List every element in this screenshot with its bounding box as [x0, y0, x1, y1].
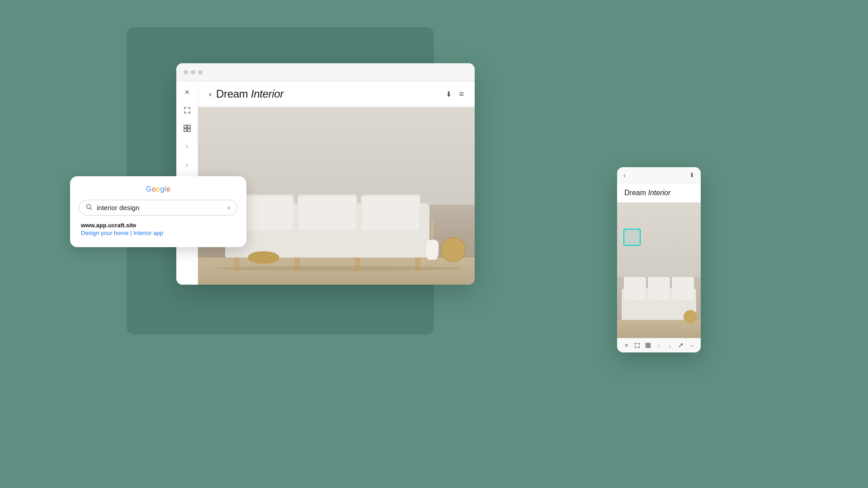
mobile-cushion-3 — [672, 277, 694, 300]
mobile-interior — [617, 202, 701, 338]
mobile-download-button[interactable]: ⬇ — [689, 172, 694, 178]
app-title: Dream Interior — [216, 88, 283, 100]
search-box[interactable]: interior design × — [79, 200, 237, 216]
mobile-app-title: Dream Interior — [624, 189, 670, 197]
clear-button[interactable]: × — [227, 204, 231, 211]
app-header: ‹ Dream Interior ⬇ ≡ — [198, 81, 475, 107]
app-header-right: ⬇ ≡ — [446, 89, 464, 99]
back-button[interactable]: ‹ — [209, 89, 212, 99]
mobile-resize-icon[interactable]: ↔ — [688, 342, 696, 350]
mobile-title-italic: Interior — [648, 189, 670, 197]
search-icon — [86, 204, 92, 211]
google-logo: Google — [79, 185, 237, 193]
svg-rect-2 — [184, 129, 187, 131]
svg-rect-11 — [648, 346, 650, 348]
mobile-hero — [617, 202, 701, 338]
desktop-browser-window: ✕ ↑ ↓ — [176, 63, 475, 285]
arrow-down-icon[interactable]: ↓ — [182, 159, 193, 170]
svg-rect-10 — [646, 346, 647, 348]
rug — [216, 266, 461, 271]
title-normal: Dream — [216, 88, 248, 100]
svg-rect-0 — [184, 125, 187, 128]
vase — [426, 239, 439, 260]
search-result: www.app.ucraft.site Design your home | I… — [79, 222, 237, 236]
search-input[interactable]: interior design — [97, 204, 222, 211]
google-logo-e: e — [166, 185, 170, 193]
google-search-overlay: Google interior design × www.app.ucraft.… — [70, 176, 246, 247]
svg-point-6 — [87, 205, 91, 209]
result-url: www.app.ucraft.site — [81, 222, 236, 229]
mobile-cushion-1 — [624, 277, 646, 300]
arrow-up-icon[interactable]: ↑ — [182, 141, 193, 152]
mobile-back-button[interactable]: ‹ — [623, 172, 626, 179]
mobile-side-table — [684, 310, 697, 324]
window-dot-1 — [184, 70, 188, 75]
window-controls — [184, 70, 203, 75]
menu-icon[interactable]: ≡ — [459, 89, 464, 99]
pouf — [248, 251, 279, 264]
google-logo-g: G — [146, 185, 152, 193]
google-logo-g2: g — [160, 185, 164, 193]
close-icon[interactable]: ✕ — [182, 87, 193, 98]
mobile-expand-icon[interactable] — [633, 342, 641, 350]
side-table — [441, 237, 466, 262]
window-dot-3 — [198, 70, 203, 75]
svg-rect-3 — [188, 129, 190, 131]
result-link[interactable]: Design your home | Interior app — [81, 230, 236, 236]
mobile-external-icon[interactable] — [677, 342, 685, 350]
stem — [431, 221, 434, 239]
mobile-arrow-up-icon[interactable]: ↑ — [655, 342, 663, 350]
svg-rect-1 — [188, 125, 190, 128]
browser-titlebar — [176, 63, 475, 81]
window-dot-2 — [191, 70, 195, 75]
svg-line-7 — [90, 208, 92, 210]
app-header-left: ‹ Dream Interior — [209, 88, 283, 100]
mobile-close-icon[interactable]: ✕ — [622, 342, 630, 350]
mobile-grid-icon[interactable] — [644, 342, 652, 350]
svg-rect-8 — [646, 343, 647, 345]
mobile-title-normal: Dream — [624, 189, 646, 197]
expand-icon[interactable] — [182, 105, 193, 116]
selection-box[interactable] — [623, 229, 641, 246]
google-logo-o1: o — [152, 185, 156, 193]
download-icon[interactable]: ⬇ — [446, 90, 452, 99]
vase-decoration — [426, 221, 439, 260]
mobile-app-header: Dream Interior — [617, 183, 701, 202]
title-italic: Interior — [251, 88, 283, 100]
mobile-browser-window: ‹ ⬇ Dream Interior — [617, 167, 701, 352]
sofa-cushions — [234, 194, 420, 230]
mobile-bottom-toolbar: ✕ ↑ ↓ ↔ — [617, 338, 701, 352]
grid-icon[interactable] — [182, 123, 193, 134]
cushion-3 — [361, 194, 420, 230]
mobile-content: Dream Interior — [617, 183, 701, 352]
cushion-2 — [297, 194, 357, 230]
svg-rect-9 — [648, 343, 650, 345]
mobile-cushion-2 — [648, 277, 670, 300]
mobile-arrow-down-icon[interactable]: ↓ — [666, 342, 674, 350]
mobile-cushions — [624, 277, 694, 300]
mobile-titlebar: ‹ ⬇ — [617, 167, 701, 183]
